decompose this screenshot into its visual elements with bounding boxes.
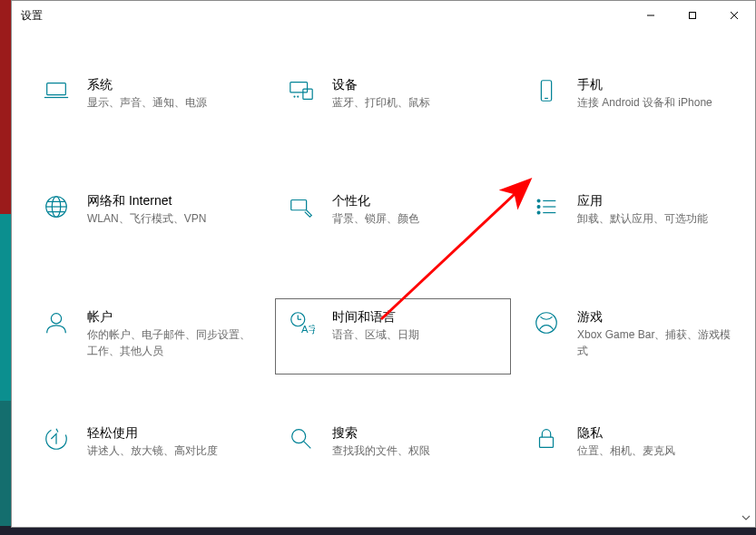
maximize-icon (688, 11, 697, 20)
maximize-button[interactable] (672, 1, 713, 30)
ease-of-access-icon (42, 424, 71, 453)
svg-rect-1 (690, 13, 696, 19)
tile-title: 网络和 Internet (87, 192, 206, 209)
close-icon (730, 11, 739, 20)
svg-line-32 (304, 442, 311, 449)
chevron-down-icon (741, 513, 751, 522)
clock-language-icon: A字 (287, 308, 316, 337)
svg-point-31 (292, 430, 306, 443)
tile-desc: 背景、锁屏、颜色 (332, 210, 419, 227)
tile-desc: 你的帐户、电子邮件、同步设置、工作、其他人员 (87, 326, 250, 359)
tile-gaming[interactable]: 游戏 Xbox Game Bar、捕获、游戏模式 (520, 298, 756, 374)
minimize-icon (646, 11, 655, 20)
tile-title: 隐私 (577, 424, 675, 441)
devices-icon (287, 76, 316, 105)
tile-desc: WLAN、飞行模式、VPN (87, 210, 206, 227)
xbox-icon (532, 308, 561, 337)
tile-phone[interactable]: 手机 连接 Android 设备和 iPhone (520, 66, 756, 142)
tile-desc: 显示、声音、通知、电源 (87, 94, 207, 111)
tile-ease-of-access[interactable]: 轻松使用 讲述人、放大镜、高对比度 (30, 414, 266, 491)
tile-title: 手机 (577, 76, 712, 92)
tile-title: 应用 (577, 192, 708, 209)
phone-icon (532, 76, 561, 105)
tile-desc: 讲述人、放大镜、高对比度 (87, 443, 218, 459)
svg-point-18 (537, 199, 540, 202)
tile-title: 游戏 (577, 308, 741, 325)
tile-devices[interactable]: 设备 蓝牙、打印机、鼠标 (275, 66, 511, 142)
tile-time-language[interactable]: A字 时间和语言 语音、区域、日期 (275, 298, 511, 374)
svg-point-22 (537, 211, 540, 214)
svg-rect-6 (290, 83, 308, 92)
tile-system[interactable]: 系统 显示、声音、通知、电源 (30, 66, 266, 142)
titlebar: 设置 (12, 1, 755, 30)
tile-title: 搜索 (332, 424, 430, 441)
tile-desc: 卸载、默认应用、可选功能 (577, 210, 708, 227)
scroll-down-button[interactable] (739, 511, 753, 525)
tile-apps[interactable]: 应用 卸载、默认应用、可选功能 (520, 182, 756, 258)
svg-rect-4 (47, 83, 66, 95)
window-controls (630, 1, 755, 30)
window-title: 设置 (12, 8, 43, 24)
search-icon (287, 424, 316, 453)
category-grid: 系统 显示、声音、通知、电源 设备 蓝牙、打印机、鼠标 (30, 66, 746, 535)
tile-desc: 语音、区域、日期 (332, 326, 419, 343)
tile-desc: 蓝牙、打印机、鼠标 (332, 94, 430, 111)
tile-title: 帐户 (87, 308, 250, 325)
close-button[interactable] (713, 1, 755, 30)
lock-icon (532, 424, 561, 453)
tile-network[interactable]: 网络和 Internet WLAN、飞行模式、VPN (30, 182, 266, 258)
svg-rect-33 (540, 437, 554, 447)
settings-home: 系统 显示、声音、通知、电源 设备 蓝牙、打印机、鼠标 (12, 30, 755, 535)
svg-point-8 (294, 96, 295, 97)
tile-title: 个性化 (332, 192, 419, 209)
tile-title: 设备 (332, 76, 430, 92)
svg-point-20 (537, 206, 540, 209)
tile-desc: 查找我的文件、权限 (332, 443, 430, 459)
tile-privacy[interactable]: 隐私 位置、相机、麦克风 (520, 414, 756, 491)
desktop-edge (0, 0, 11, 535)
svg-point-29 (536, 313, 557, 334)
svg-rect-17 (291, 200, 307, 210)
tile-accounts[interactable]: 帐户 你的帐户、电子邮件、同步设置、工作、其他人员 (30, 298, 266, 374)
list-icon (532, 192, 561, 221)
tile-personalization[interactable]: 个性化 背景、锁屏、颜色 (275, 182, 511, 258)
minimize-button[interactable] (630, 1, 672, 30)
svg-point-9 (298, 96, 299, 97)
tile-desc: Xbox Game Bar、捕获、游戏模式 (577, 326, 741, 359)
brush-icon (287, 192, 316, 221)
tile-title: 时间和语言 (332, 308, 419, 325)
tile-search[interactable]: 搜索 查找我的文件、权限 (275, 414, 511, 491)
tile-desc: 位置、相机、麦克风 (577, 443, 675, 459)
person-icon (42, 308, 71, 337)
tile-update-security[interactable]: 更新和安全 Windows 更新、恢复、备份 (30, 530, 266, 535)
settings-window: 设置 系统 显示、声音、通知、电源 (11, 0, 756, 528)
svg-text:A字: A字 (301, 324, 315, 335)
laptop-icon (42, 76, 71, 105)
tile-title: 系统 (87, 76, 207, 92)
svg-point-24 (51, 314, 61, 324)
globe-icon (42, 192, 71, 221)
tile-desc: 连接 Android 设备和 iPhone (577, 94, 712, 111)
tile-title: 轻松使用 (87, 424, 218, 441)
